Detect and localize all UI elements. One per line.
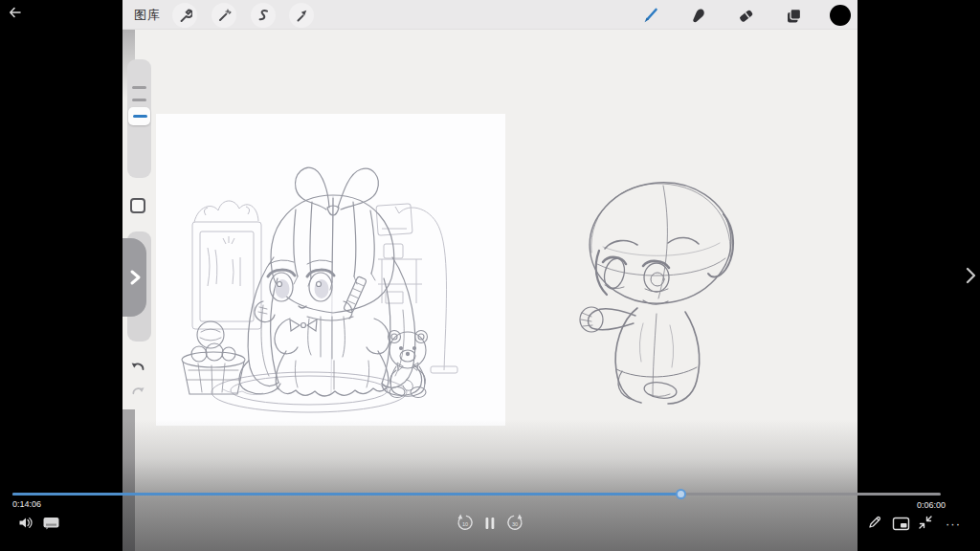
modify-square-button[interactable] <box>130 198 145 213</box>
undo-button[interactable] <box>129 358 146 375</box>
back-button[interactable] <box>6 3 25 22</box>
slider-tick <box>132 86 146 89</box>
layers-icon[interactable] <box>783 5 804 26</box>
wip-sketch[interactable] <box>555 165 766 423</box>
transform-arrow-icon[interactable] <box>289 3 314 28</box>
canvas-reference-image[interactable] <box>156 114 505 426</box>
redo-button[interactable] <box>130 383 146 399</box>
selection-s-icon[interactable] <box>251 3 276 28</box>
wip-sketch-drawing <box>555 165 766 423</box>
rewind-seconds-label: 10 <box>457 521 474 527</box>
volume-button[interactable] <box>16 514 33 531</box>
gallery-button[interactable]: 图库 <box>134 7 161 24</box>
rewind-10-button[interactable]: 10 <box>457 514 474 531</box>
color-swatch[interactable] <box>830 5 851 26</box>
slider-thumb-mark <box>133 115 147 118</box>
forward-30-button[interactable]: 30 <box>506 514 523 531</box>
sidebar-pull-handle[interactable] <box>122 238 146 317</box>
mini-player-icon <box>892 517 910 531</box>
adjustments-wand-icon[interactable] <box>212 3 236 28</box>
remaining-time: 0:06:00 <box>898 500 946 510</box>
eraser-icon[interactable] <box>735 5 756 26</box>
reference-artwork <box>156 114 505 426</box>
progress-handle[interactable] <box>676 489 686 499</box>
shrink-icon <box>918 515 933 530</box>
volume-icon <box>17 515 33 531</box>
danmaku-icon <box>42 516 60 531</box>
wrench-icon[interactable] <box>172 3 197 28</box>
video-player: 图库 <box>0 0 980 551</box>
undo-icon <box>129 358 146 375</box>
elapsed-time: 0:14:06 <box>12 499 41 509</box>
more-options-button[interactable]: ··· <box>942 518 965 531</box>
pause-button[interactable] <box>483 516 497 530</box>
next-page-button[interactable] <box>961 264 980 287</box>
player-bottom-shade <box>122 419 858 551</box>
danmaku-toggle[interactable] <box>41 515 60 531</box>
sidebar-rail-bottom <box>122 409 135 551</box>
procreate-toolbar: 图库 <box>122 0 858 30</box>
procreate-app-video: 图库 <box>122 0 858 551</box>
back-arrow-icon <box>8 5 23 20</box>
forward-seconds-label: 30 <box>506 521 523 527</box>
chevron-right-icon <box>964 266 977 285</box>
redo-icon <box>130 383 146 399</box>
annotate-button[interactable] <box>866 514 883 531</box>
pause-icon <box>484 517 496 530</box>
brush-icon[interactable] <box>640 5 661 26</box>
smudge-icon[interactable] <box>687 5 708 26</box>
slider-tick <box>132 99 146 101</box>
mini-player-button[interactable] <box>891 516 910 531</box>
shrink-button[interactable] <box>917 514 934 531</box>
progress-played <box>12 493 680 496</box>
chevron-right-icon <box>128 269 142 286</box>
seek-bar[interactable] <box>12 493 941 496</box>
pencil-icon <box>867 515 882 530</box>
